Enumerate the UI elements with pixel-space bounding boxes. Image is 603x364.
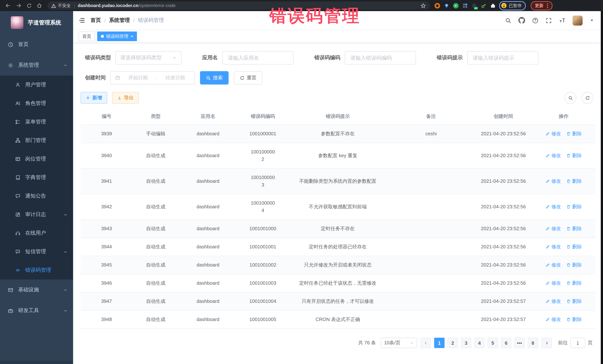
sidebar-item-sms[interactable]: 短信管理 bbox=[0, 243, 73, 261]
search-button[interactable]: 搜索 bbox=[200, 71, 229, 85]
sidebar-item-roles[interactable]: 角色管理 bbox=[0, 94, 73, 113]
code-icon bbox=[15, 268, 20, 273]
sidebar-toggle-button[interactable] bbox=[79, 17, 85, 24]
export-button[interactable]: 导出 bbox=[112, 92, 139, 104]
browser-back-button[interactable] bbox=[4, 1, 13, 10]
page-scrollbar[interactable] bbox=[601, 11, 603, 364]
goto-page-input[interactable] bbox=[570, 338, 585, 348]
sidebar-item-departments[interactable]: 部门管理 bbox=[0, 131, 73, 150]
cell-create-time: 2021-04-20 23:52:56 bbox=[475, 125, 532, 143]
profile-paused-chip[interactable]: 已暂停 bbox=[499, 1, 526, 10]
prev-page-button[interactable] bbox=[420, 338, 431, 348]
delete-link[interactable]: 删除 bbox=[566, 298, 582, 305]
delete-link[interactable]: 删除 bbox=[566, 177, 582, 185]
page-button[interactable]: 3 bbox=[461, 338, 471, 348]
help-icon[interactable] bbox=[532, 17, 538, 23]
delete-link[interactable]: 删除 bbox=[566, 243, 582, 251]
extension-on-badge-icon[interactable]: on bbox=[471, 3, 477, 9]
edit-link[interactable]: 修改 bbox=[545, 279, 561, 287]
sidebar-item-online-users[interactable]: 在线用户 bbox=[0, 224, 73, 243]
error-hint-input[interactable] bbox=[472, 55, 533, 61]
edit-link[interactable]: 修改 bbox=[545, 261, 561, 269]
goto-unit: 页 bbox=[588, 340, 593, 346]
page-button[interactable]: 2 bbox=[448, 338, 458, 348]
extensions-puzzle-icon[interactable] bbox=[490, 3, 496, 9]
sidebar-item-home[interactable]: 首页 bbox=[0, 34, 73, 55]
sidebar-item-system[interactable]: 系统管理 bbox=[0, 55, 73, 76]
search-icon[interactable] bbox=[505, 17, 511, 23]
page-button[interactable]: 1 bbox=[434, 338, 445, 348]
add-button[interactable]: 新增 bbox=[81, 92, 107, 104]
page-button[interactable]: ••• bbox=[514, 338, 525, 348]
error-type-label: 错误码类型 bbox=[85, 55, 111, 61]
app-logo-row[interactable]: 芋道管理系统 bbox=[0, 11, 73, 34]
page-button[interactable]: 8 bbox=[528, 338, 538, 348]
sidebar-item-notices[interactable]: 通知公告 bbox=[0, 187, 73, 205]
extension-gem-icon[interactable] bbox=[443, 3, 449, 9]
browser-update-button[interactable]: 更新 bbox=[531, 1, 552, 10]
tab-close-icon[interactable]: × bbox=[131, 34, 133, 39]
page-size-select[interactable]: 10条/页 bbox=[381, 338, 417, 348]
page-button[interactable]: 4 bbox=[474, 338, 485, 348]
browser-home-button[interactable] bbox=[35, 1, 44, 10]
sidebar-item-infrastructure[interactable]: 基础设施 bbox=[0, 279, 73, 300]
tab-home[interactable]: 首页 bbox=[79, 32, 95, 41]
delete-link[interactable]: 删除 bbox=[566, 225, 582, 232]
bookmark-star-icon[interactable] bbox=[420, 3, 426, 8]
edit-link[interactable]: 修改 bbox=[545, 130, 561, 138]
font-size-icon[interactable] bbox=[559, 17, 566, 24]
page-button[interactable]: 6 bbox=[501, 338, 511, 348]
fullscreen-icon[interactable] bbox=[545, 17, 552, 23]
column-header: 错误码提示 bbox=[289, 108, 387, 124]
delete-link[interactable]: 删除 bbox=[566, 279, 582, 287]
sidebar-item-audit-log[interactable]: 审计日志 bbox=[0, 205, 73, 224]
extension-green-circle-icon[interactable]: v bbox=[453, 3, 459, 9]
extension-key-icon[interactable] bbox=[481, 3, 487, 9]
github-icon[interactable] bbox=[518, 17, 525, 24]
delete-link[interactable]: 删除 bbox=[566, 261, 582, 269]
edit-link[interactable]: 修改 bbox=[545, 316, 561, 323]
error-code-input[interactable] bbox=[349, 55, 411, 61]
sidebar-item-users[interactable]: 用户管理 bbox=[0, 76, 73, 94]
browser-reload-button[interactable] bbox=[24, 1, 33, 10]
cell-id: 3939 bbox=[81, 125, 132, 143]
address-bar[interactable]: 不安全 dashboard.yudao.iocoder.cn/system/er… bbox=[47, 1, 430, 10]
select-placeholder: 请选择错误码类型 bbox=[120, 55, 162, 61]
table-row: 3948 自动生成 dashboard 1001001005 CRON 表达式不… bbox=[81, 311, 596, 329]
delete-link[interactable]: 删除 bbox=[566, 203, 582, 210]
browser-forward-button[interactable] bbox=[14, 1, 23, 10]
app-name-input[interactable] bbox=[227, 55, 289, 61]
user-avatar[interactable] bbox=[573, 15, 583, 25]
edit-link[interactable]: 修改 bbox=[545, 225, 561, 232]
caret-down-icon[interactable] bbox=[590, 18, 594, 22]
delete-link[interactable]: 删除 bbox=[566, 152, 582, 159]
edit-link[interactable]: 修改 bbox=[545, 152, 561, 159]
reset-button[interactable]: 重置 bbox=[234, 71, 262, 85]
sidebar-item-error-code[interactable]: 错误码管理 bbox=[0, 261, 73, 279]
sidebar-item-posts[interactable]: 岗位管理 bbox=[0, 150, 73, 168]
cell-memo bbox=[387, 292, 475, 310]
next-page-button[interactable] bbox=[541, 338, 552, 348]
refresh-table-button[interactable] bbox=[581, 92, 593, 104]
edit-link[interactable]: 修改 bbox=[545, 177, 561, 185]
delete-link[interactable]: 删除 bbox=[566, 130, 582, 138]
breadcrumb-home[interactable]: 首页 bbox=[91, 17, 101, 24]
cell-app: dashboard bbox=[179, 194, 237, 220]
cell-memo bbox=[387, 311, 475, 328]
extension-donut-icon[interactable] bbox=[434, 3, 440, 9]
sidebar-scrollbar[interactable] bbox=[0, 361, 73, 364]
edit-link[interactable]: 修改 bbox=[545, 298, 561, 305]
date-range-picker[interactable]: 开始日期 - 结束日期 bbox=[110, 71, 195, 85]
error-type-select[interactable]: 请选择错误码类型 bbox=[116, 51, 181, 65]
edit-link[interactable]: 修改 bbox=[545, 243, 561, 251]
sidebar-item-menus[interactable]: 菜单管理 bbox=[0, 113, 73, 131]
cell-create-time: 2021-04-20 23:52:56 bbox=[475, 256, 532, 274]
sidebar-item-dictionary[interactable]: 字典管理 bbox=[0, 168, 73, 187]
extension-grid-icon[interactable] bbox=[462, 3, 468, 9]
edit-link[interactable]: 修改 bbox=[545, 203, 561, 210]
sidebar-item-dev-tools[interactable]: 研发工具 bbox=[0, 300, 73, 321]
toggle-search-button[interactable] bbox=[564, 92, 576, 104]
tab-error-code[interactable]: 错误码管理 × bbox=[97, 32, 137, 41]
delete-link[interactable]: 删除 bbox=[566, 316, 582, 323]
page-button[interactable]: 5 bbox=[487, 338, 498, 348]
